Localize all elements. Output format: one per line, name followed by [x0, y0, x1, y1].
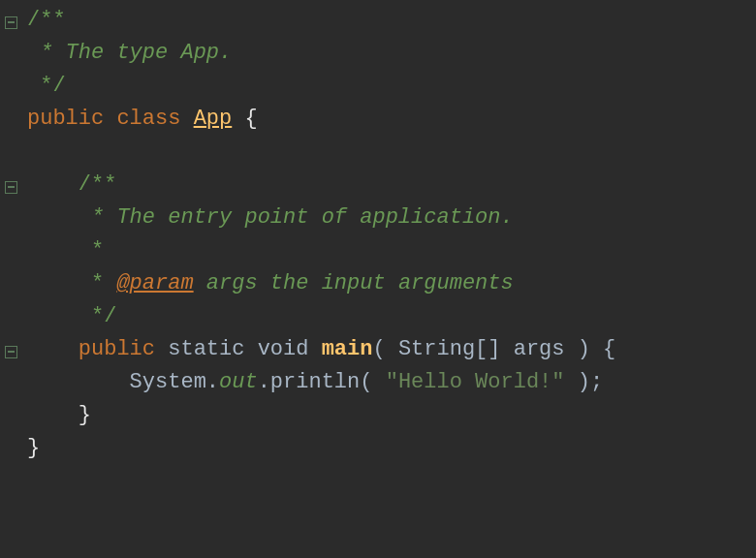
gutter-row	[0, 269, 21, 302]
code-line-8: *	[27, 234, 746, 267]
gutter-row	[0, 401, 21, 434]
token	[104, 103, 116, 136]
gutter-row	[0, 203, 21, 236]
token: *	[27, 267, 116, 300]
code-area: /** * The type App. */ public class App …	[21, 0, 756, 558]
gutter	[0, 0, 21, 558]
token	[27, 333, 79, 366]
code-line-4: public class App {	[27, 103, 746, 136]
token: /**	[79, 169, 117, 202]
gutter-row	[0, 105, 21, 138]
token: }	[27, 432, 40, 465]
gutter-row	[0, 302, 21, 335]
fold-icon-11[interactable]	[5, 346, 17, 358]
code-line-6: /**	[27, 169, 746, 202]
code-line-13: }	[27, 399, 746, 432]
code-line-11: public static void main( String[] args )…	[27, 333, 746, 366]
gutter-row	[0, 368, 21, 401]
token: App	[194, 103, 233, 136]
code-line-10: */	[27, 300, 746, 333]
code-line-12: System.out.println( "Hello World!" );	[27, 366, 746, 399]
token: out	[219, 366, 258, 399]
gutter-row	[0, 335, 21, 368]
code-line-5	[27, 136, 746, 169]
token: }	[79, 399, 91, 432]
code-line-2: * The type App.	[27, 37, 746, 70]
code-line-3: */	[27, 70, 746, 103]
token	[27, 136, 40, 169]
code-line-14: }	[27, 432, 746, 465]
gutter-row	[0, 236, 21, 269]
token: @param	[116, 267, 193, 300]
gutter-row	[0, 170, 21, 203]
token: public	[27, 103, 104, 136]
token: main	[322, 333, 373, 366]
code-line-9: * @param args the input arguments	[27, 267, 746, 300]
token: {	[232, 103, 257, 136]
code-editor: /** * The type App. */ public class App …	[0, 0, 756, 558]
fold-minus	[8, 21, 15, 23]
code-line-1: /**	[27, 4, 746, 37]
token: static void	[155, 333, 322, 366]
token: class	[116, 103, 180, 136]
gutter-row	[0, 39, 21, 72]
gutter-row	[0, 434, 21, 467]
fold-icon-6[interactable]	[5, 181, 17, 194]
token: System.	[27, 366, 219, 399]
token: * The type App.	[27, 37, 232, 70]
token: .println(	[258, 366, 386, 399]
code-line-7: * The entry point of application.	[27, 202, 746, 234]
token	[180, 103, 193, 136]
token: * The entry point of application.	[27, 202, 514, 234]
gutter-row	[0, 138, 21, 170]
token: );	[565, 366, 604, 399]
token	[27, 169, 79, 202]
token: public	[79, 333, 155, 366]
token: args the input arguments	[194, 267, 514, 300]
token: *	[27, 234, 104, 267]
token: /**	[27, 4, 66, 37]
token: */	[27, 300, 116, 333]
token: "Hello World!"	[386, 366, 565, 399]
token	[27, 399, 79, 432]
fold-minus	[8, 351, 15, 353]
token: */	[27, 70, 66, 103]
gutter-row	[0, 72, 21, 105]
gutter-row	[0, 6, 21, 39]
fold-icon-1[interactable]	[5, 16, 17, 29]
fold-minus	[8, 186, 15, 188]
token: ( String[] args ) {	[372, 333, 615, 366]
